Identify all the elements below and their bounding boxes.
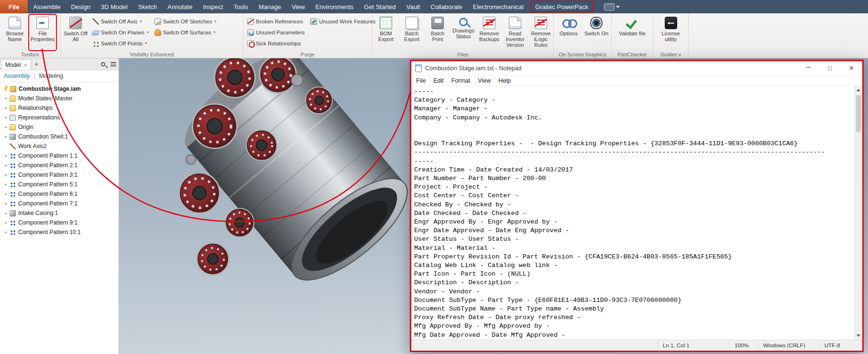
read-inventor-version-button[interactable]: Read Inventor Version: [503, 15, 527, 50]
close-icon[interactable]: [24, 62, 27, 68]
switch-off-all-button[interactable]: Switch Off All: [63, 15, 88, 50]
tree-item-origin[interactable]: Origin: [0, 122, 119, 132]
bom-export-button[interactable]: BOM Export: [374, 15, 398, 50]
tree-item-relationships[interactable]: Relationships: [0, 103, 119, 113]
sick-relationships-button[interactable]: Sick Relationships: [245, 38, 307, 48]
scroll-up-icon[interactable]: [855, 86, 863, 94]
tree-item-pattern-9[interactable]: Component Pattern 9:1: [0, 218, 119, 227]
browser-search-button[interactable]: [98, 58, 108, 70]
tree-item-pattern-2[interactable]: Component Pattern 2:1: [0, 161, 119, 170]
maximize-button[interactable]: [819, 61, 841, 75]
menu-annotate[interactable]: Annotate: [162, 0, 198, 13]
expand-icon[interactable]: [3, 210, 9, 216]
switch-on-planes-button[interactable]: Switch On Planes: [90, 27, 151, 37]
tree-item-pattern-3[interactable]: Component Pattern 3:1: [0, 170, 119, 180]
menu-assemble[interactable]: Assemble: [28, 0, 66, 13]
expand-icon[interactable]: [3, 191, 9, 197]
menu-electromechanical[interactable]: Electromechanical: [468, 0, 529, 13]
expand-icon[interactable]: [3, 105, 9, 111]
tab-assembly[interactable]: Assembly: [4, 73, 30, 79]
batch-print-button[interactable]: Batch Print: [426, 15, 450, 50]
ribbon-display-options-button[interactable]: [599, 0, 625, 13]
group-label-graitec[interactable]: Graitec: [653, 52, 688, 57]
switch-on-button[interactable]: Switch On: [583, 15, 609, 50]
switch-off-axis-button[interactable]: Switch Off Axis: [90, 16, 151, 26]
tree-item-pattern-7[interactable]: Component Pattern 7:1: [0, 199, 119, 208]
group-label-on-screen-graphics[interactable]: On Screen Graphics: [554, 52, 611, 57]
notepad-menu-format[interactable]: Format: [448, 77, 474, 84]
expand-icon[interactable]: [3, 229, 9, 235]
minimize-button[interactable]: [798, 61, 819, 75]
tree-item-representations[interactable]: Representations: [0, 113, 119, 122]
tab-modeling[interactable]: Modeling: [39, 73, 63, 79]
notepad-menu-help[interactable]: Help: [494, 77, 515, 84]
tree-item-intake-casing[interactable]: Intake Casing:1: [0, 208, 119, 218]
expand-icon[interactable]: [3, 124, 9, 130]
tree-item-pattern-6[interactable]: Component Pattern 6:1: [0, 189, 119, 199]
notepad-menu-file[interactable]: File: [412, 77, 429, 84]
vertical-scrollbar[interactable]: [854, 86, 862, 340]
add-tab-button[interactable]: [31, 58, 42, 70]
batch-export-button[interactable]: Batch Export: [400, 15, 424, 50]
tree-item-model-states[interactable]: Model States: Master: [0, 94, 119, 103]
options-button[interactable]: Options: [556, 15, 582, 50]
notepad-title-bar[interactable]: Combustion Stage.iam.txt - Notepad: [411, 61, 862, 75]
group-label-purge[interactable]: Purge: [243, 52, 372, 57]
tab-model[interactable]: Model: [1, 59, 31, 70]
expand-icon[interactable]: [3, 220, 9, 225]
group-label-toolbox[interactable]: Toolbox: [0, 52, 60, 57]
switch-off-sketches-button[interactable]: Switch Off Sketches: [153, 16, 219, 26]
validate-file-button[interactable]: Validate file: [615, 15, 649, 50]
scroll-down-icon[interactable]: [855, 332, 863, 340]
menu-view[interactable]: View: [286, 0, 310, 13]
unused-work-features-button[interactable]: Unused Work Features: [308, 16, 377, 26]
menu-inspect[interactable]: Inspect: [198, 0, 228, 13]
expand-icon[interactable]: [3, 153, 9, 159]
expand-icon[interactable]: [3, 115, 9, 120]
remove-backups-button[interactable]: Remove Backups: [477, 15, 501, 50]
notepad-menu-edit[interactable]: Edit: [429, 77, 448, 84]
switch-off-surfaces-button[interactable]: Switch Off Surfaces: [153, 27, 219, 37]
tree-item-work-axis[interactable]: Work Axis2: [0, 141, 119, 151]
tree-item-label: Component Pattern 6:1: [18, 191, 77, 197]
tree-item-pattern-5[interactable]: Component Pattern 5:1: [0, 180, 119, 189]
browse-name-button[interactable]: Browse Name: [2, 15, 28, 50]
tree-item-root[interactable]: Combustion Stage.iam: [0, 84, 119, 94]
unused-parameters-button[interactable]: Unused Parameters: [245, 27, 307, 37]
group-label-files[interactable]: Files: [372, 52, 553, 57]
menu-environments[interactable]: Environments: [310, 0, 359, 13]
file-properties-button[interactable]: File Properties: [30, 15, 55, 50]
menu-3d-model[interactable]: 3D Model: [96, 0, 133, 13]
expand-icon[interactable]: [3, 162, 9, 168]
switch-off-points-button[interactable]: Switch Off Points: [90, 38, 151, 48]
menu-collaborate[interactable]: Collaborate: [425, 0, 468, 13]
expand-icon[interactable]: [3, 172, 9, 178]
expand-icon[interactable]: [3, 201, 9, 206]
tree-item-pattern-1[interactable]: Component Pattern 1:1: [0, 151, 119, 161]
notepad-menu-view[interactable]: View: [474, 77, 494, 84]
tree-item-pattern-10[interactable]: Component Pattern 10:1: [0, 227, 119, 237]
menu-manage[interactable]: Manage: [253, 0, 286, 13]
expand-icon[interactable]: [3, 182, 9, 187]
remove-ilogic-rules-button[interactable]: Remove iLogic Rules: [529, 15, 553, 50]
switch-on-planes-label: Switch On Planes: [101, 30, 144, 35]
license-utility-button[interactable]: License utility: [657, 15, 685, 50]
close-button[interactable]: [841, 61, 862, 75]
expand-icon[interactable]: [3, 134, 9, 139]
menu-get-started[interactable]: Get Started: [359, 0, 401, 13]
browser-menu-button[interactable]: [108, 58, 119, 70]
drawings-status-button[interactable]: Drawings Status: [451, 15, 475, 50]
menu-tools[interactable]: Tools: [228, 0, 253, 13]
broken-references-button[interactable]: Broken References: [245, 16, 307, 26]
menu-design[interactable]: Design: [66, 0, 95, 13]
file-menu-tab[interactable]: File: [0, 0, 28, 13]
menu-sketch[interactable]: Sketch: [133, 0, 163, 13]
group-label-partchecker[interactable]: PartChecker: [612, 52, 653, 57]
menu-graitec-powerpack[interactable]: Graitec PowerPack: [530, 1, 593, 12]
tree-item-combustion-shell[interactable]: Combustion Shell:1: [0, 132, 119, 141]
group-label-visibility-enhanced[interactable]: Visibility Enhanced: [61, 52, 243, 57]
menu-vault[interactable]: Vault: [401, 0, 426, 13]
expand-icon[interactable]: [3, 96, 9, 101]
notepad-text-area[interactable]: ----- Category - Category - Manager - Ma…: [411, 86, 854, 340]
scrollbar-thumb[interactable]: [856, 95, 861, 132]
